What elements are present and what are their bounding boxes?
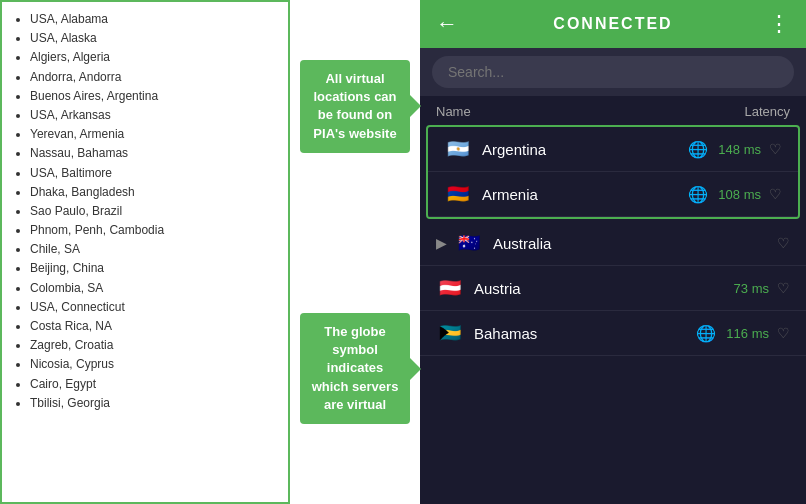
favorite-button[interactable]: ♡ xyxy=(769,186,782,202)
list-item: USA, Alabama xyxy=(30,10,278,29)
flag-icon: 🇦🇷 xyxy=(444,139,472,159)
globe-icon: 🌐 xyxy=(688,140,708,159)
table-row[interactable]: 🇦🇲Armenia🌐108 ms♡ xyxy=(428,172,798,217)
list-item: Colombia, SA xyxy=(30,279,278,298)
list-item: Beijing, China xyxy=(30,259,278,278)
name-column-header: Name xyxy=(436,104,471,119)
list-item: Phnom, Penh, Cambodia xyxy=(30,221,278,240)
favorite-button[interactable]: ♡ xyxy=(777,280,790,296)
flag-icon: 🇦🇲 xyxy=(444,184,472,204)
favorite-button[interactable]: ♡ xyxy=(777,325,790,341)
list-item: USA, Baltimore xyxy=(30,164,278,183)
latency-value: 73 ms xyxy=(734,281,769,296)
latency-column-header: Latency xyxy=(744,104,790,119)
latency-value: 116 ms xyxy=(726,326,769,341)
globe-icon: 🌐 xyxy=(696,324,716,343)
list-header: Name Latency xyxy=(420,96,806,123)
latency-value: 108 ms xyxy=(718,187,761,202)
annotation-bottom: The globe symbol indicates which servers… xyxy=(300,313,410,424)
table-row[interactable]: 🇦🇷Argentina🌐148 ms♡ xyxy=(428,127,798,172)
list-item: Costa Rica, NA xyxy=(30,317,278,336)
list-item: Cairo, Egypt xyxy=(30,375,278,394)
location-list: USA, AlabamaUSA, AlaskaAlgiers, AlgeriaA… xyxy=(12,10,278,413)
app-header: ← CONNECTED ⋮ xyxy=(420,0,806,48)
favorite-button[interactable]: ♡ xyxy=(769,141,782,157)
list-item: Sao Paulo, Brazil xyxy=(30,202,278,221)
annotation-top: All virtual locations can be found on PI… xyxy=(300,60,410,153)
flag-icon: 🇦🇹 xyxy=(436,278,464,298)
latency-value: 148 ms xyxy=(718,142,761,157)
expand-icon: ▶ xyxy=(436,235,447,251)
flag-icon: 🇧🇸 xyxy=(436,323,464,343)
list-item: Nassau, Bahamas xyxy=(30,144,278,163)
table-row[interactable]: ▶🇦🇺Australia♡ xyxy=(420,221,806,266)
app-title: CONNECTED xyxy=(553,15,672,33)
menu-button[interactable]: ⋮ xyxy=(768,11,790,37)
favorite-button[interactable]: ♡ xyxy=(777,235,790,251)
back-button[interactable]: ← xyxy=(436,11,458,37)
table-row[interactable]: 🇧🇸Bahamas🌐116 ms♡ xyxy=(420,311,806,356)
left-panel: USA, AlabamaUSA, AlaskaAlgiers, AlgeriaA… xyxy=(0,0,290,504)
server-name: Argentina xyxy=(482,141,688,158)
highlighted-server-group: 🇦🇷Argentina🌐148 ms♡🇦🇲Armenia🌐108 ms♡ xyxy=(426,125,800,219)
annotations-area: All virtual locations can be found on PI… xyxy=(290,0,420,504)
flag-icon: 🇦🇺 xyxy=(455,233,483,253)
list-item: Chile, SA xyxy=(30,240,278,259)
server-name: Armenia xyxy=(482,186,688,203)
server-name: Austria xyxy=(474,280,734,297)
list-item: Algiers, Algeria xyxy=(30,48,278,67)
list-item: USA, Alaska xyxy=(30,29,278,48)
globe-icon: 🌐 xyxy=(688,185,708,204)
list-item: Dhaka, Bangladesh xyxy=(30,183,278,202)
list-item: Yerevan, Armenia xyxy=(30,125,278,144)
list-item: Andorra, Andorra xyxy=(30,68,278,87)
server-name: Australia xyxy=(493,235,777,252)
list-item: Buenos Aires, Argentina xyxy=(30,87,278,106)
server-name: Bahamas xyxy=(474,325,696,342)
search-bar xyxy=(420,48,806,96)
server-list: 🇦🇷Argentina🌐148 ms♡🇦🇲Armenia🌐108 ms♡ ▶🇦🇺… xyxy=(420,123,806,504)
list-item: Nicosia, Cyprus xyxy=(30,355,278,374)
list-item: USA, Arkansas xyxy=(30,106,278,125)
search-input[interactable] xyxy=(432,56,794,88)
table-row[interactable]: 🇦🇹Austria73 ms♡ xyxy=(420,266,806,311)
list-item: USA, Connecticut xyxy=(30,298,278,317)
list-item: Zagreb, Croatia xyxy=(30,336,278,355)
list-item: Tbilisi, Georgia xyxy=(30,394,278,413)
right-panel: ← CONNECTED ⋮ Name Latency 🇦🇷Argentina🌐1… xyxy=(420,0,806,504)
